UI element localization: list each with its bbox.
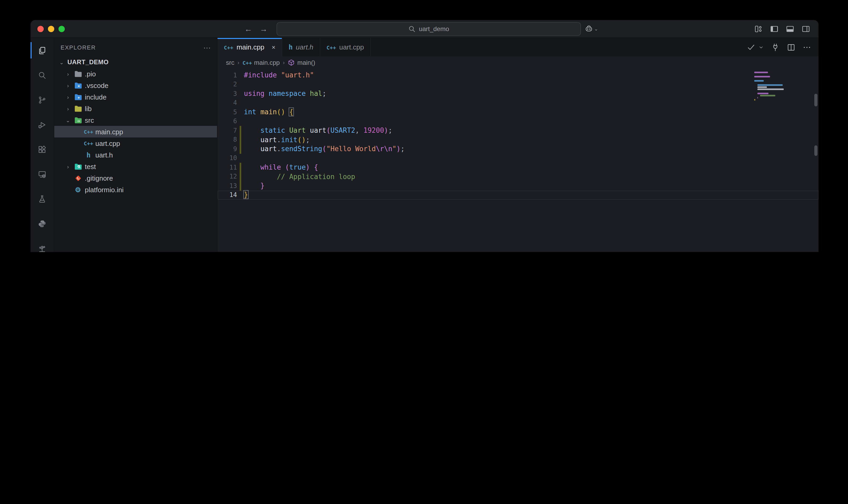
tree-item-platformio-ini[interactable]: ⚙platformio.ini: [54, 184, 217, 195]
ellipsis-icon[interactable]: [803, 43, 811, 51]
code-line-12[interactable]: 12 // Application loop: [218, 172, 818, 181]
minimap-line: [754, 72, 768, 73]
titlebar: ←→ uart_demo ⌄: [31, 20, 818, 38]
gutter-decoration: [239, 71, 244, 80]
command-center-search[interactable]: uart_demo: [276, 22, 581, 36]
window-controls[interactable]: [37, 25, 65, 32]
tab-label: uart.h: [296, 43, 313, 51]
token: "Hello World: [326, 145, 376, 153]
folder-icon: [74, 70, 82, 78]
cpp-icon: C++: [327, 43, 336, 51]
zoom-window-button[interactable]: [58, 25, 65, 32]
screen: ←→ uart_demo ⌄ 1 EXPLORER ··· ⌄UART_DEMO…: [0, 0, 848, 252]
tab-main-cpp[interactable]: C++main.cpp×: [218, 38, 282, 56]
activity-explorer[interactable]: [31, 38, 54, 63]
close-tab-icon[interactable]: ×: [272, 43, 275, 51]
chevron-icon: ›: [65, 94, 71, 100]
gutter-decoration: [239, 181, 244, 191]
customize-layout-icon[interactable]: [754, 24, 763, 33]
tab-label: uart.cpp: [339, 43, 364, 51]
file-label: lib: [85, 105, 92, 112]
split-editor-icon[interactable]: [787, 43, 795, 51]
tree-item-test[interactable]: ›⚗test: [54, 161, 217, 172]
code-line-5[interactable]: 5int main() {: [218, 107, 818, 116]
git-file-icon: [74, 174, 82, 182]
code-line-1[interactable]: 1#include "uart.h": [218, 71, 818, 80]
code-line-6[interactable]: 6: [218, 116, 818, 126]
forward-arrow[interactable]: →: [260, 24, 268, 33]
line-number: 13: [218, 182, 237, 190]
code-editor[interactable]: 1#include "uart.h"23using namespace hal;…: [218, 69, 818, 252]
activity-extensions[interactable]: [31, 137, 54, 162]
token: .: [277, 145, 281, 153]
folder-emblem: +: [78, 95, 80, 99]
scrollbar-mark[interactable]: [814, 145, 817, 156]
token: ,: [355, 127, 363, 134]
code-line-14[interactable]: 14}: [218, 191, 818, 200]
tree-item--vscode[interactable]: ›×.vscode: [54, 79, 217, 91]
code-line-8[interactable]: 8 uart.init();: [218, 135, 818, 144]
tree-item-main-cpp[interactable]: C++main.cpp: [54, 126, 217, 138]
token: main: [260, 108, 277, 116]
gutter-decoration: [239, 144, 244, 154]
back-arrow[interactable]: ←: [245, 24, 252, 33]
tree-item--gitignore[interactable]: .gitignore: [54, 172, 217, 184]
minimap[interactable]: [754, 72, 782, 101]
file-label: uart.cpp: [95, 139, 120, 147]
breadcrumb-label: main.cpp: [254, 59, 280, 66]
code-line-9[interactable]: 9 uart.sendString("Hello World\r\n");: [218, 144, 818, 154]
minimap-line: [757, 93, 768, 94]
copilot-menu[interactable]: ⌄: [585, 24, 598, 33]
tab-uart-h[interactable]: huart.h: [282, 38, 320, 56]
tab-uart-cpp[interactable]: C++uart.cpp: [320, 38, 371, 56]
breadcrumb-item[interactable]: src: [226, 59, 234, 66]
minimize-window-button[interactable]: [48, 25, 54, 32]
tree-item-lib[interactable]: ›lib: [54, 103, 217, 114]
tree-item-include[interactable]: ›+include: [54, 91, 217, 103]
tree-root[interactable]: ⌄UART_DEMO: [54, 56, 217, 68]
tree-item-uart-h[interactable]: huart.h: [54, 149, 217, 161]
explorer-header: EXPLORER ···: [54, 38, 217, 56]
scrollbar-mark[interactable]: [814, 94, 817, 106]
code-line-13[interactable]: 13 }: [218, 181, 818, 191]
activity-python[interactable]: [31, 211, 54, 236]
gear-file-icon: ⚙: [74, 185, 82, 194]
breadcrumb[interactable]: src›C++main.cpp›main(): [218, 56, 818, 69]
token: ): [306, 163, 310, 172]
more-actions-icon[interactable]: ···: [203, 43, 211, 51]
code-line-4[interactable]: 4: [218, 98, 818, 107]
root-folder-label: UART_DEMO: [68, 58, 108, 66]
line-number: 6: [218, 118, 237, 125]
token: ): [384, 127, 388, 134]
code-line-3[interactable]: 3using namespace hal;: [218, 89, 818, 98]
files-icon: [38, 46, 46, 54]
activity-testing[interactable]: [31, 186, 54, 211]
gutter-decoration: [239, 163, 244, 172]
check-icon[interactable]: [747, 43, 755, 51]
gutter-decoration: [239, 98, 244, 107]
breadcrumb-separator: ›: [237, 59, 239, 65]
tree-item--pio[interactable]: ›.pio: [54, 68, 217, 79]
code-line-10[interactable]: 10: [218, 154, 818, 163]
activity-search[interactable]: [31, 63, 54, 87]
activity-run-debug[interactable]: [31, 112, 54, 137]
tree-item-uart-cpp[interactable]: C++uart.cpp: [54, 138, 217, 149]
toggle-panel-icon[interactable]: [786, 24, 794, 33]
close-window-button[interactable]: [37, 25, 44, 32]
code-line-11[interactable]: 11 while (true) {: [218, 163, 818, 172]
code-line-7[interactable]: 7 static Uart uart(USART2, 19200);: [218, 126, 818, 135]
breadcrumb-item[interactable]: C++main.cpp: [242, 59, 280, 66]
minimap-line: [760, 95, 775, 96]
toggle-sidebar-icon[interactable]: [770, 24, 778, 33]
chevron-down-icon[interactable]: [758, 43, 764, 51]
activity-remote-explorer[interactable]: [31, 162, 54, 186]
plug-icon[interactable]: [771, 43, 779, 51]
toggle-secondary-sidebar-icon[interactable]: [802, 24, 810, 33]
tree-item-src[interactable]: ⌄‹›src: [54, 114, 217, 126]
token: ;: [306, 136, 310, 144]
activity-source-control[interactable]: [31, 87, 54, 112]
code-line-2[interactable]: 2: [218, 80, 818, 89]
file-label: include: [85, 93, 106, 101]
activity-serial-monitor[interactable]: [31, 236, 54, 252]
breadcrumb-item[interactable]: main(): [288, 59, 315, 66]
